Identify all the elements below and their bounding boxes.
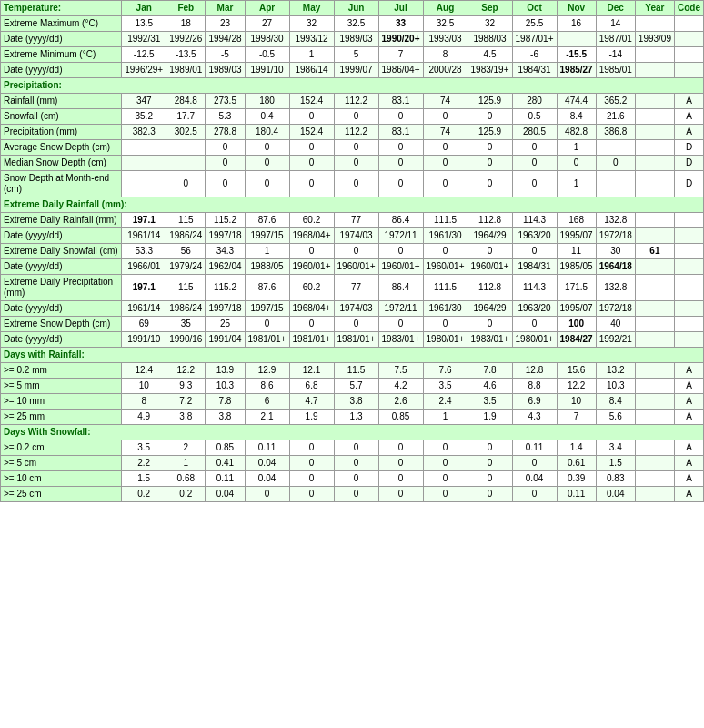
col-header-mar: Mar	[206, 1, 245, 16]
data-cell: 0	[468, 440, 512, 456]
data-cell: 1986/04+	[378, 63, 423, 78]
data-cell	[596, 140, 635, 156]
data-cell: 0	[423, 244, 468, 259]
data-cell: 0	[423, 456, 468, 471]
data-cell: 10	[557, 394, 596, 410]
data-cell: 0	[423, 109, 468, 125]
data-cell: 0	[289, 171, 334, 197]
data-cell: 1968/04+	[289, 301, 334, 317]
data-cell: 0	[245, 140, 289, 156]
data-cell: 171.5	[557, 275, 596, 301]
data-cell: 278.8	[206, 125, 245, 140]
data-cell: 114.3	[512, 213, 557, 228]
data-cell: 3.4	[596, 440, 635, 456]
climate-data-table: Temperature: Jan Feb Mar Apr May Jun Jul…	[0, 0, 704, 502]
data-cell: 132.8	[596, 275, 635, 301]
data-cell: 0	[468, 456, 512, 471]
data-cell: 100	[557, 317, 596, 332]
data-cell: 17.7	[166, 109, 206, 125]
data-cell: A	[675, 94, 704, 109]
data-cell: 1989/03	[334, 32, 378, 47]
row-label: Snow Depth at Month-end (cm)	[1, 171, 122, 197]
data-cell: 152.4	[289, 125, 334, 140]
data-cell: 74	[423, 125, 468, 140]
data-cell: 1968/04+	[289, 228, 334, 244]
data-cell	[635, 317, 674, 332]
data-cell: 2.4	[423, 394, 468, 410]
data-cell	[166, 140, 206, 156]
data-cell: 13.9	[206, 363, 245, 379]
data-cell: 25	[206, 317, 245, 332]
table-row: Snow Depth at Month-end (cm)0000000001D	[1, 171, 704, 197]
table-row: Extreme Minimum (°C)-12.5-13.5-5-0.51578…	[1, 47, 704, 63]
data-cell: 1963/20	[512, 228, 557, 244]
data-cell: 0	[423, 140, 468, 156]
data-cell: 23	[206, 16, 245, 32]
data-cell: 86.4	[378, 213, 423, 228]
data-cell: 1960/01+	[334, 259, 378, 275]
data-cell: A	[675, 109, 704, 125]
data-cell: 1997/15	[245, 228, 289, 244]
data-cell: 1987/01	[596, 32, 635, 47]
data-cell: 1989/03	[206, 63, 245, 78]
row-label: Snowfall (cm)	[1, 109, 122, 125]
data-cell	[635, 440, 674, 456]
row-label: >= 0.2 cm	[1, 440, 122, 456]
data-cell: 13.2	[596, 363, 635, 379]
data-cell: 0	[334, 109, 378, 125]
data-cell: 1995/07	[557, 228, 596, 244]
data-cell: 56	[166, 244, 206, 259]
data-cell: 60.2	[289, 213, 334, 228]
data-cell: D	[675, 140, 704, 156]
data-cell	[122, 140, 166, 156]
data-cell: 1995/07	[557, 301, 596, 317]
data-cell: 0	[423, 156, 468, 171]
data-cell: 0	[378, 456, 423, 471]
data-cell: 0	[378, 156, 423, 171]
data-cell	[635, 47, 674, 63]
data-cell: 125.9	[468, 94, 512, 109]
data-cell: 0	[245, 487, 289, 502]
data-cell: A	[675, 487, 704, 502]
row-label: >= 25 cm	[1, 487, 122, 502]
data-cell: 5	[334, 47, 378, 63]
row-label: Extreme Minimum (°C)	[1, 47, 122, 63]
data-cell	[166, 156, 206, 171]
data-cell: 1993/09	[635, 32, 674, 47]
row-label: Extreme Maximum (°C)	[1, 16, 122, 32]
table-row: >= 0.2 cm3.520.850.11000000.111.43.4A	[1, 440, 704, 456]
data-cell: 0	[166, 171, 206, 197]
data-cell: 1991/10	[122, 332, 166, 348]
data-cell: 87.6	[245, 275, 289, 301]
data-cell: 0	[334, 456, 378, 471]
data-cell: 32	[468, 16, 512, 32]
data-cell: 7	[378, 47, 423, 63]
data-cell: 8.4	[557, 109, 596, 125]
table-row: Median Snow Depth (cm)0000000000D	[1, 156, 704, 171]
data-cell: A	[675, 456, 704, 471]
data-cell: 13.5	[122, 16, 166, 32]
data-cell: 1981/01+	[289, 332, 334, 348]
data-cell	[635, 125, 674, 140]
data-cell: 0	[334, 471, 378, 487]
data-cell: 0.11	[206, 471, 245, 487]
row-label: Date (yyyy/dd)	[1, 228, 122, 244]
table-row: >= 25 cm0.20.20.0400000000.110.04A	[1, 487, 704, 502]
data-cell: 32	[289, 16, 334, 32]
data-cell: 1985/27	[557, 63, 596, 78]
data-cell	[635, 379, 674, 394]
row-label: Rainfall (mm)	[1, 94, 122, 109]
data-cell: 0	[378, 140, 423, 156]
data-cell: 111.5	[423, 275, 468, 301]
data-cell: 32.5	[423, 16, 468, 32]
row-label: Extreme Daily Precipitation (mm)	[1, 275, 122, 301]
data-cell: 0	[289, 471, 334, 487]
section-header-1: Precipitation:	[1, 78, 704, 94]
data-cell	[635, 332, 674, 348]
data-cell	[635, 301, 674, 317]
data-cell: 4.6	[468, 379, 512, 394]
row-label: Date (yyyy/dd)	[1, 63, 122, 78]
row-label: >= 0.2 mm	[1, 363, 122, 379]
data-cell: D	[675, 171, 704, 197]
data-cell	[635, 16, 674, 32]
